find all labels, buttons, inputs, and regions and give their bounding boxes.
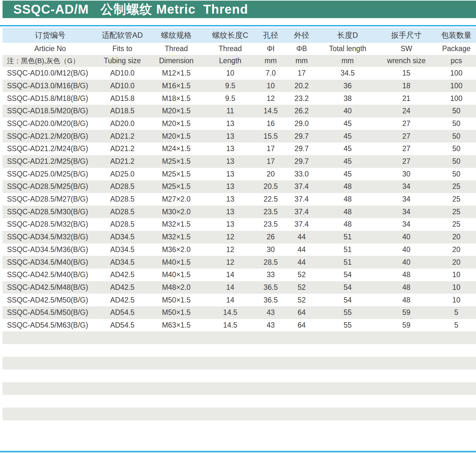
cell: 40	[379, 243, 434, 256]
cell: 37.4	[287, 180, 317, 193]
cell: 20	[434, 256, 476, 269]
cell: 50	[434, 143, 476, 155]
cell: M18×1.5	[147, 92, 206, 105]
cell: 45	[317, 130, 379, 143]
column-header-cn: 适配软管AD	[98, 28, 147, 43]
cell: 27	[379, 143, 434, 155]
column-header-cn: 订货编号	[3, 28, 98, 43]
cell: 37.4	[287, 206, 317, 218]
column-header-en: Articie No	[3, 43, 98, 55]
cell: 26.2	[287, 105, 317, 117]
table-header: 订货编号适配软管AD螺纹规格螺纹长度C孔径外径长度D扳手尺寸包装数量Artici…	[3, 28, 476, 67]
table-row: SSQC-AD21.2/M24(B/G)AD21.2M24×1.5131729.…	[3, 143, 476, 155]
column-header-cn: 外径	[287, 28, 317, 43]
cell: AD42.5	[98, 294, 147, 306]
column-header-en: SW	[379, 43, 434, 55]
table-row: SSQC-AD42.5/M40(B/G)AD42.5M40×1.51433525…	[3, 269, 476, 281]
cell: 14.5	[255, 105, 287, 117]
cell: 10	[434, 269, 476, 281]
cell: 55	[317, 319, 379, 332]
cell: 13	[206, 168, 255, 181]
table-row: SSQC-AD34.5/M32(B/G)AD34.5M32×1.51226445…	[3, 231, 476, 243]
cell: 51	[317, 231, 379, 243]
table-row: SSQC-AD10.0/M12(B/G)AD10.0M12×1.5107.017…	[3, 67, 476, 80]
cell: SSQC-AD18.5/M20(B/G)	[3, 105, 98, 117]
cell: SSQC-AD28.5/M25(B/G)	[3, 180, 98, 193]
table-row: SSQC-AD28.5/M30(B/G)AD28.5M30×2.01323.53…	[3, 206, 476, 218]
cell: 21	[379, 92, 434, 105]
cell: 17	[255, 143, 287, 155]
column-header-cn: 螺纹规格	[147, 28, 206, 43]
cell: 5	[434, 306, 476, 319]
cell: SSQC-AD54.5/M50(B/G)	[3, 306, 98, 319]
cell: 50	[434, 155, 476, 168]
table-body: SSQC-AD10.0/M12(B/G)AD10.0M12×1.5107.017…	[3, 67, 476, 420]
cell: 15	[379, 67, 434, 80]
cell: 48	[379, 269, 434, 281]
cell: 43	[255, 306, 287, 319]
cell: 64	[287, 306, 317, 319]
spec-table: 订货编号适配软管AD螺纹规格螺纹长度C孔径外径长度D扳手尺寸包装数量Artici…	[3, 28, 476, 420]
cell: 64	[287, 319, 317, 332]
cell: 48	[317, 206, 379, 218]
empty-row	[3, 331, 476, 344]
cell: 22.5	[255, 193, 287, 206]
top-accent-line	[0, 25, 476, 26]
cell: 34	[379, 180, 434, 193]
cell: 51	[317, 243, 379, 256]
bottom-accent-line	[0, 450, 476, 452]
cell: 14.5	[206, 306, 255, 319]
cell: 48	[317, 193, 379, 206]
cell: 23.5	[255, 206, 287, 218]
cell: 29.7	[287, 130, 317, 143]
cell: SSQC-AD42.5/M50(B/G)	[3, 294, 98, 306]
cell: AD21.2	[98, 155, 147, 168]
cell: SSQC-AD54.5/M63(B/G)	[3, 319, 98, 332]
cell: AD15.8	[98, 92, 147, 105]
column-header-unit: mm	[287, 55, 317, 67]
cell: 40	[379, 231, 434, 243]
empty-cell	[3, 344, 476, 357]
table-row: SSQC-AD25.0/M25(B/G)AD25.0M25×1.5132033.…	[3, 168, 476, 181]
cell: 14	[206, 269, 255, 281]
cell: 20.5	[255, 180, 287, 193]
cell: 20	[434, 243, 476, 256]
cell: 7.0	[255, 67, 287, 80]
cell: 44	[287, 243, 317, 256]
cell: 29.7	[287, 143, 317, 155]
cell: M36×2.0	[147, 243, 206, 256]
table-row: SSQC-AD54.5/M50(B/G)AD54.5M50×1.514.5436…	[3, 306, 476, 319]
cell: SSQC-AD42.5/M48(B/G)	[3, 281, 98, 294]
cell: 50	[434, 130, 476, 143]
cell: AD10.0	[98, 67, 147, 80]
cell: 34	[379, 218, 434, 231]
cell: 54	[317, 281, 379, 294]
cell: AD10.0	[98, 80, 147, 92]
empty-row	[3, 408, 476, 420]
cell: SSQC-AD28.5/M32(B/G)	[3, 218, 98, 231]
empty-cell	[3, 382, 476, 395]
empty-row	[3, 395, 476, 408]
cell: 14	[206, 281, 255, 294]
cell: 9.5	[206, 92, 255, 105]
cell: 50	[434, 168, 476, 181]
table-row: SSQC-AD42.5/M50(B/G)AD42.5M50×1.51436.55…	[3, 294, 476, 306]
cell: AD34.5	[98, 231, 147, 243]
cell: 33	[255, 269, 287, 281]
cell: M25×1.5	[147, 180, 206, 193]
column-header-unit: mm	[255, 55, 287, 67]
cell: 45	[317, 155, 379, 168]
cell: 36.5	[255, 281, 287, 294]
cell: 13	[206, 155, 255, 168]
empty-row	[3, 370, 476, 382]
cell: SSQC-AD21.2/M25(B/G)	[3, 155, 98, 168]
cell: 40	[317, 105, 379, 117]
column-header-en: Total length	[317, 43, 379, 55]
column-header-en: Thread	[147, 43, 206, 55]
cell: 34	[379, 206, 434, 218]
cell: SSQC-AD21.2/M20(B/G)	[3, 130, 98, 143]
cell: 37.4	[287, 193, 317, 206]
empty-row	[3, 382, 476, 395]
table-row: SSQC-AD28.5/M32(B/G)AD28.5M32×1.51323.53…	[3, 218, 476, 231]
empty-cell	[3, 395, 476, 408]
